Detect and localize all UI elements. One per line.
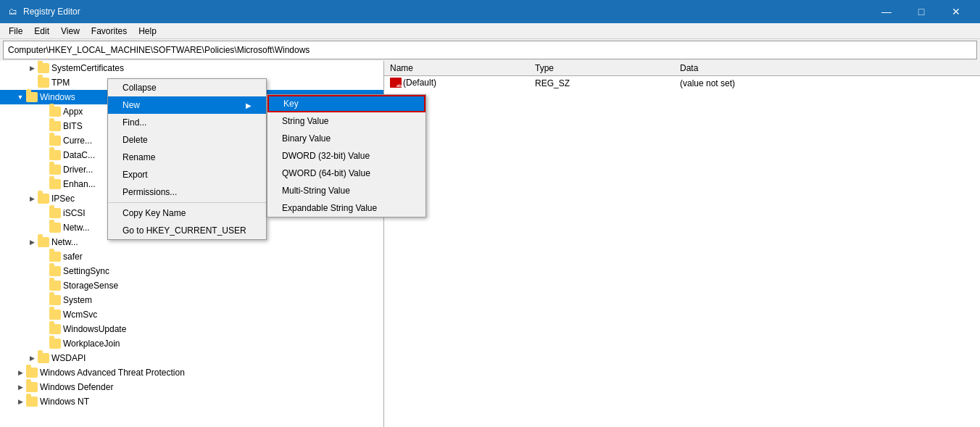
tree-item-settingsync[interactable]: SettingSync bbox=[0, 264, 383, 278]
col-data: Data bbox=[674, 61, 980, 75]
tree-label: Windows Defender bbox=[40, 382, 113, 392]
tree-item-storagesense[interactable]: StorageSense bbox=[0, 278, 383, 293]
folder-icon bbox=[49, 121, 61, 131]
expander-icon: ▶ bbox=[26, 193, 38, 204]
tree-label: TPM bbox=[51, 78, 70, 88]
ctx-copykey[interactable]: Copy Key Name bbox=[108, 204, 266, 222]
context-menu: Collapse New ▶ Find... Delete Rename Exp… bbox=[107, 78, 267, 240]
tree-item-windowsupdate[interactable]: WindowsUpdate bbox=[0, 322, 383, 336]
tree-label: WindowsUpdate bbox=[63, 324, 126, 334]
tree-item-windowsnt[interactable]: ▶ Windows NT bbox=[0, 394, 383, 409]
ctx-goto[interactable]: Go to HKEY_CURRENT_USER bbox=[108, 222, 266, 239]
ctx-new-label: New bbox=[122, 100, 140, 110]
menu-file[interactable]: File bbox=[3, 23, 28, 38]
tree-label: Netw... bbox=[63, 223, 90, 233]
folder-icon bbox=[49, 324, 61, 334]
expander-icon bbox=[38, 280, 49, 291]
folder-icon bbox=[38, 78, 49, 88]
expander-icon bbox=[38, 178, 49, 190]
expander-icon bbox=[38, 149, 49, 161]
maximize-button[interactable]: □ bbox=[905, 0, 938, 23]
expander-icon: ▶ bbox=[14, 396, 26, 407]
expander-icon bbox=[38, 338, 49, 349]
registry-table: Name Type Data (Default) REG_SZ (value n… bbox=[384, 61, 980, 91]
expander-icon: ▶ bbox=[26, 62, 38, 74]
expander-icon bbox=[38, 207, 49, 219]
tree-item-wcmsvc[interactable]: WcmSvc bbox=[0, 307, 383, 322]
tree-item-safer[interactable]: safer bbox=[0, 249, 383, 264]
col-type: Type bbox=[529, 61, 674, 75]
ctx-permissions[interactable]: Permissions... bbox=[108, 183, 266, 201]
ctx-delete[interactable]: Delete bbox=[108, 131, 266, 149]
tree-label: WcmSvc bbox=[63, 310, 97, 320]
tree-label: safer bbox=[63, 252, 83, 262]
submenu-arrow-icon: ▶ bbox=[246, 101, 252, 109]
folder-icon bbox=[49, 165, 61, 175]
folder-icon bbox=[26, 397, 38, 407]
tree-label: SystemCertificates bbox=[51, 63, 124, 73]
col-name: Name bbox=[384, 61, 529, 75]
tree-label: Windows bbox=[40, 92, 75, 102]
folder-icon bbox=[49, 136, 61, 146]
submenu-qword[interactable]: QWORD (64-bit) Value bbox=[267, 165, 425, 182]
tree-label: DataC... bbox=[63, 150, 95, 160]
submenu-dword[interactable]: DWORD (32-bit) Value bbox=[267, 147, 425, 165]
ctx-collapse[interactable]: Collapse bbox=[108, 79, 266, 96]
ctx-export[interactable]: Export bbox=[108, 166, 266, 183]
tree-item-wsdapi[interactable]: ▶ WSDAPI bbox=[0, 351, 383, 365]
tree-item-system[interactable]: System bbox=[0, 293, 383, 307]
tree-label: Curre... bbox=[63, 136, 92, 146]
tree-item-workplacejoin[interactable]: WorkplaceJoin bbox=[0, 336, 383, 351]
title-bar-left: 🗂 Registry Editor bbox=[7, 6, 80, 17]
folder-icon bbox=[49, 295, 61, 305]
tree-label: Windows NT bbox=[40, 397, 89, 407]
tree-item-watp[interactable]: ▶ Windows Advanced Threat Protection bbox=[0, 365, 383, 380]
tree-item-windefender[interactable]: ▶ Windows Defender bbox=[0, 380, 383, 394]
folder-icon bbox=[49, 266, 61, 276]
submenu-multistring[interactable]: Multi-String Value bbox=[267, 182, 425, 199]
tree-item-systemcerts[interactable]: ▶ SystemCertificates bbox=[0, 61, 383, 75]
expander-icon bbox=[38, 265, 49, 277]
folder-icon bbox=[26, 92, 38, 102]
tree-label: Windows Advanced Threat Protection bbox=[40, 368, 185, 378]
title-text: Registry Editor bbox=[23, 7, 80, 17]
expander-icon bbox=[38, 294, 49, 306]
close-button[interactable]: ✕ bbox=[939, 0, 973, 23]
submenu-string[interactable]: String Value bbox=[267, 112, 425, 130]
tree-label: Enhan... bbox=[63, 179, 96, 189]
ctx-separator bbox=[108, 202, 266, 203]
menu-help[interactable]: Help bbox=[133, 23, 162, 38]
tree-label: WorkplaceJoin bbox=[63, 339, 120, 349]
tree-label: System bbox=[63, 295, 92, 305]
expander-icon bbox=[38, 251, 49, 262]
folder-icon bbox=[49, 310, 61, 320]
submenu-binary[interactable]: Binary Value bbox=[267, 130, 425, 147]
minimize-button[interactable]: — bbox=[870, 0, 903, 23]
expander-icon bbox=[38, 309, 49, 320]
tree-label: StorageSense bbox=[63, 281, 118, 291]
expander-icon: ▶ bbox=[14, 367, 26, 378]
folder-icon bbox=[38, 194, 49, 204]
expander-icon bbox=[38, 222, 49, 233]
cell-name-text: (Default) bbox=[403, 78, 436, 88]
menu-favorites[interactable]: Favorites bbox=[86, 23, 133, 38]
menu-edit[interactable]: Edit bbox=[28, 23, 55, 38]
address-bar[interactable]: Computer\HKEY_LOCAL_MACHINE\SOFTWARE\Pol… bbox=[3, 41, 977, 59]
tree-label: Driver... bbox=[63, 165, 93, 175]
folder-icon bbox=[49, 150, 61, 160]
table-row[interactable]: (Default) REG_SZ (value not set) bbox=[384, 75, 980, 91]
submenu: Key String Value Binary Value DWORD (32-… bbox=[267, 94, 426, 217]
ctx-rename[interactable]: Rename bbox=[108, 149, 266, 166]
title-bar: 🗂 Registry Editor — □ ✕ bbox=[0, 0, 980, 23]
menu-view[interactable]: View bbox=[55, 23, 86, 38]
expander-icon: ▶ bbox=[26, 236, 38, 248]
folder-icon bbox=[49, 252, 61, 262]
folder-icon bbox=[49, 339, 61, 349]
submenu-key[interactable]: Key bbox=[267, 95, 425, 112]
tree-label: WSDAPI bbox=[51, 353, 86, 363]
tree-label: IPSec bbox=[51, 194, 75, 204]
tree-label: Appx bbox=[63, 107, 83, 117]
submenu-expandable[interactable]: Expandable String Value bbox=[267, 199, 425, 217]
ctx-find[interactable]: Find... bbox=[108, 114, 266, 131]
ctx-new[interactable]: New ▶ bbox=[108, 96, 266, 114]
